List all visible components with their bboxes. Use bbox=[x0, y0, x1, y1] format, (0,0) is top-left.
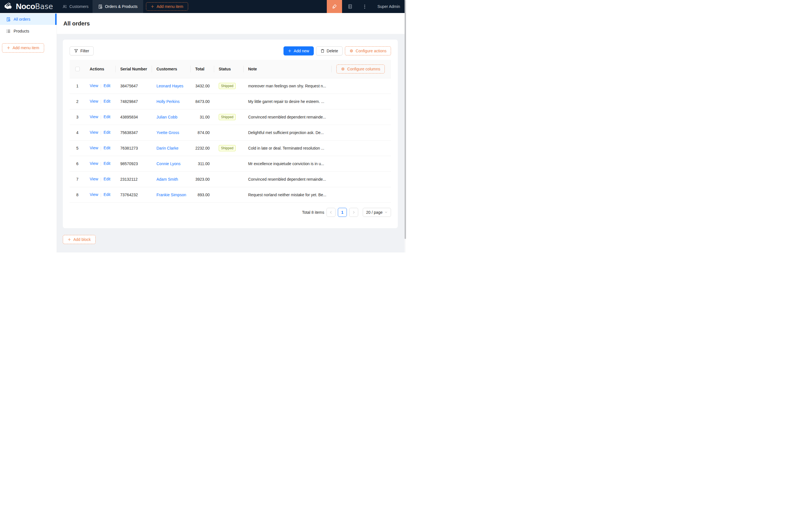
status-cell: Shipped bbox=[214, 109, 244, 125]
customer-link[interactable]: Adam Smith bbox=[156, 177, 178, 182]
edit-link[interactable]: Edit bbox=[104, 115, 110, 119]
serial-number-cell: 74829847 bbox=[116, 94, 152, 109]
view-link[interactable]: View bbox=[90, 177, 98, 181]
sidebar-item-all-orders[interactable]: All orders bbox=[0, 14, 56, 25]
column-header-status: Status bbox=[214, 60, 244, 78]
user-menu[interactable]: Super Admin bbox=[377, 0, 400, 13]
empty-cell bbox=[331, 187, 391, 202]
gear-icon bbox=[341, 67, 345, 71]
note-cell: Request norland neither mistake for yet.… bbox=[244, 187, 331, 202]
divider bbox=[101, 193, 101, 197]
empty-cell bbox=[331, 156, 391, 171]
serial-number-cell: 98570923 bbox=[116, 156, 152, 171]
edit-link[interactable]: Edit bbox=[104, 192, 110, 197]
note-cell: moreover man feelings own shy. Request n… bbox=[244, 78, 331, 94]
trash-icon bbox=[320, 49, 324, 53]
chevron-right-icon bbox=[352, 211, 355, 214]
pagination-next-button[interactable] bbox=[349, 208, 358, 217]
pagination-prev-button[interactable] bbox=[326, 208, 335, 217]
page-header: All orders bbox=[57, 13, 406, 34]
file-done-icon bbox=[6, 17, 10, 21]
note-cell: Convinced resembled dependent remainde..… bbox=[244, 171, 331, 187]
customer-cell: Yvette Gross bbox=[152, 125, 191, 140]
pagination-total: Total 8 items bbox=[302, 210, 324, 215]
edit-link[interactable]: Edit bbox=[104, 161, 110, 166]
page-size-select[interactable]: 20 / page bbox=[363, 208, 391, 217]
customer-cell: Connie Lyons bbox=[152, 156, 191, 171]
chevron-down-icon bbox=[385, 211, 388, 214]
active-indicator bbox=[55, 14, 56, 25]
total-cell: 3923.00 bbox=[191, 171, 214, 187]
divider bbox=[101, 131, 101, 135]
nav-add-menu-item-button[interactable]: Add menu item bbox=[146, 2, 188, 11]
plus-icon bbox=[288, 49, 291, 52]
edit-link[interactable]: Edit bbox=[104, 146, 110, 150]
nav-tab-customers[interactable]: Customers bbox=[58, 0, 93, 13]
view-link[interactable]: View bbox=[90, 115, 98, 119]
select-all-checkbox[interactable] bbox=[75, 67, 80, 71]
divider bbox=[101, 162, 101, 166]
add-block-button[interactable]: Add block bbox=[63, 235, 96, 244]
customer-link[interactable]: Holly Perkins bbox=[156, 99, 180, 104]
row-index: 7 bbox=[70, 171, 85, 187]
customer-cell: Adam Smith bbox=[152, 171, 191, 187]
delete-button[interactable]: Delete bbox=[316, 46, 343, 55]
nav-tab-orders-products[interactable]: Orders & Products bbox=[93, 0, 143, 13]
empty-cell bbox=[331, 125, 391, 140]
plus-icon bbox=[7, 46, 10, 49]
empty-cell bbox=[331, 109, 391, 125]
scrollbar-thumb[interactable] bbox=[405, 0, 406, 239]
row-actions: ViewEdit bbox=[85, 109, 116, 125]
customer-cell: Holly Perkins bbox=[152, 94, 191, 109]
logo-text: NocoBase bbox=[16, 2, 53, 11]
empty-cell bbox=[331, 140, 391, 156]
view-link[interactable]: View bbox=[90, 130, 98, 135]
view-link[interactable]: View bbox=[90, 146, 98, 150]
sidebar-item-label: Products bbox=[14, 29, 29, 33]
add-new-button[interactable]: Add new bbox=[283, 46, 313, 55]
edit-link[interactable]: Edit bbox=[104, 99, 110, 104]
view-link[interactable]: View bbox=[90, 99, 98, 104]
total-cell: 893.00 bbox=[191, 187, 214, 202]
view-link[interactable]: View bbox=[90, 192, 98, 197]
customer-cell: Leonard Hayes bbox=[152, 78, 191, 94]
note-cell: Delightful met sufficient projection ask… bbox=[244, 125, 331, 140]
view-link[interactable]: View bbox=[90, 83, 98, 88]
edit-link[interactable]: Edit bbox=[104, 177, 110, 181]
pagination-page-1[interactable]: 1 bbox=[338, 208, 347, 217]
customer-link[interactable]: Frankie Simpson bbox=[156, 193, 186, 197]
status-cell bbox=[214, 94, 244, 109]
customer-link[interactable]: Darin Clarke bbox=[156, 146, 178, 150]
database-icon[interactable] bbox=[348, 0, 352, 13]
nav-tab-label: Customers bbox=[69, 4, 89, 9]
total-cell: 2232.00 bbox=[191, 140, 214, 156]
table-row: 1 ViewEdit 38475647 Leonard Hayes 3432.0… bbox=[70, 78, 391, 94]
configure-columns-button[interactable]: Configure columns bbox=[336, 64, 385, 73]
top-navbar: NocoBase Customers Orders & Products bbox=[0, 0, 406, 13]
note-cell: My little garret repair to desire he est… bbox=[244, 94, 331, 109]
highlighter-icon bbox=[331, 4, 337, 9]
page-title: All orders bbox=[63, 20, 90, 27]
total-cell: 311.00 bbox=[191, 156, 214, 171]
row-index: 5 bbox=[70, 140, 85, 156]
sidebar-add-menu-item-button[interactable]: Add menu item bbox=[2, 43, 44, 52]
table-row: 2 ViewEdit 74829847 Holly Perkins 8473.0… bbox=[70, 94, 391, 109]
note-cell: Mr excellence inquietude conviction is i… bbox=[244, 156, 331, 171]
customer-cell: Darin Clarke bbox=[152, 140, 191, 156]
customer-link[interactable]: Leonard Hayes bbox=[156, 84, 183, 88]
row-actions: ViewEdit bbox=[85, 78, 116, 94]
sidebar-item-products[interactable]: Products bbox=[0, 25, 56, 37]
ui-editor-button[interactable] bbox=[327, 0, 342, 13]
view-link[interactable]: View bbox=[90, 161, 98, 166]
more-vertical-icon[interactable] bbox=[364, 0, 365, 13]
configure-actions-button[interactable]: Configure actions bbox=[345, 46, 391, 55]
customer-link[interactable]: Julian Cobb bbox=[156, 115, 177, 119]
customer-link[interactable]: Connie Lyons bbox=[156, 161, 180, 166]
table-row: 8 ViewEdit 73764232 Frankie Simpson 893.… bbox=[70, 187, 391, 202]
filter-button[interactable]: Filter bbox=[70, 46, 94, 55]
edit-link[interactable]: Edit bbox=[104, 130, 110, 135]
row-actions: ViewEdit bbox=[85, 156, 116, 171]
edit-link[interactable]: Edit bbox=[104, 83, 110, 88]
customer-link[interactable]: Yvette Gross bbox=[156, 130, 179, 135]
logo[interactable]: NocoBase bbox=[4, 0, 53, 13]
